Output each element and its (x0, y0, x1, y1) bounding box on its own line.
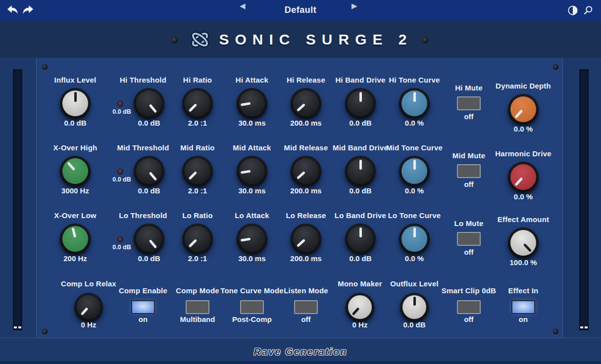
smart-clip-0db-label: Smart Clip 0dB (442, 286, 496, 295)
mid-threshold-led-value: 0.0 dB (112, 176, 131, 183)
mid-threshold-led (117, 169, 123, 175)
x-over-low-knob-cap (62, 226, 88, 252)
lo-tone-curve-knob-cap (401, 226, 427, 252)
tone-curve-mode-toggle[interactable] (240, 300, 264, 314)
mid-threshold-knob-cap (136, 158, 162, 184)
listen-mode-toggle[interactable] (294, 300, 318, 314)
lo-threshold-knob-pointer (149, 239, 157, 248)
comp-mode-toggle[interactable] (186, 300, 209, 314)
lo-attack-knob[interactable] (237, 224, 267, 254)
hi-attack-knob-pointer (241, 102, 250, 106)
hi-threshold-knob[interactable] (134, 88, 164, 119)
mid-ratio-knob[interactable] (182, 156, 213, 186)
influx-level-label: Influx Level (54, 76, 97, 84)
undo-icon[interactable] (7, 4, 19, 15)
comp-lo-relax-knob[interactable] (74, 293, 103, 321)
comp-enable-toggle[interactable] (131, 300, 155, 314)
mid-band-drive-label: Mid Band Drive (333, 143, 388, 152)
mid-attack-label: Mid Attack (233, 143, 271, 152)
outflux-level-knob-cap (402, 295, 426, 319)
lo-threshold-knob[interactable] (134, 224, 164, 254)
mid-mute-value: off (464, 180, 473, 188)
effect-amount-knob[interactable] (508, 228, 539, 258)
mono-maker-knob-cap (348, 295, 372, 319)
contrast-theme-icon[interactable] (567, 5, 578, 16)
topbar: ◀ Default ▶ (0, 0, 601, 21)
redo-icon[interactable] (22, 4, 34, 15)
harmonic-drive-knob[interactable] (508, 162, 539, 192)
hi-tone-curve-knob[interactable] (399, 88, 430, 119)
hi-release-knob-pointer (297, 103, 305, 112)
comp-lo-relax-knob-pointer (81, 307, 89, 316)
comp-lo-relax-value: 0 Hz (81, 320, 97, 329)
hi-mute-toggle[interactable] (457, 96, 481, 110)
comp-enable-label: Comp Enable (119, 286, 167, 295)
screw-icon (553, 64, 558, 70)
mid-tone-curve-knob-pointer (413, 160, 416, 170)
lo-release-value: 200.0 ms (290, 254, 321, 263)
mono-maker-knob[interactable] (346, 293, 374, 321)
hi-attack-value: 30.0 ms (238, 119, 265, 127)
influx-level-knob-pointer (74, 92, 77, 102)
window-bottom-edge (0, 361, 601, 364)
hi-attack-knob-cap (239, 91, 265, 116)
hi-band-drive-knob[interactable] (345, 88, 376, 119)
lo-tone-curve-knob[interactable] (399, 224, 430, 254)
mono-maker-label: Mono Maker (338, 279, 382, 288)
mid-band-drive-knob-cap (348, 158, 373, 184)
mid-tone-curve-knob[interactable] (399, 156, 430, 186)
influx-level-value: 0.0 dB (64, 119, 86, 127)
smart-clip-0db-value: off (464, 315, 473, 323)
magnifier-icon[interactable] (583, 5, 594, 16)
harmonic-drive-value: 0.0 % (514, 192, 533, 201)
mid-threshold-knob-pointer (149, 172, 157, 181)
tone-curve-mode-value: Post-Comp (232, 315, 272, 323)
hi-release-knob[interactable] (291, 88, 321, 119)
dynamic-depth-value: 0.0 % (514, 125, 533, 133)
mid-tone-curve-value: 0.0 % (405, 186, 424, 195)
influx-level-knob[interactable] (60, 88, 91, 119)
panel-bottom-edge (0, 338, 601, 338)
comp-lo-relax-knob-cap (77, 295, 100, 319)
mid-release-knob[interactable] (291, 156, 321, 186)
x-over-low-knob[interactable] (60, 224, 91, 254)
hi-tone-curve-value: 0.0 % (405, 119, 424, 127)
mid-threshold-knob[interactable] (134, 156, 164, 186)
dynamic-depth-knob-pointer (515, 110, 523, 119)
hi-ratio-knob[interactable] (182, 88, 213, 119)
meter-min-tick (18, 326, 21, 328)
lo-attack-knob-pointer (241, 238, 250, 242)
mid-tone-curve-knob-cap (401, 158, 427, 184)
dynamic-depth-knob[interactable] (508, 94, 539, 125)
smart-clip-0db-toggle[interactable] (457, 300, 481, 314)
meter-min-tick (580, 326, 583, 328)
mid-band-drive-knob[interactable] (345, 156, 376, 186)
harmonic-drive-label: Harmonic Drive (495, 149, 551, 158)
lo-band-drive-knob[interactable] (345, 224, 376, 254)
hi-attack-knob[interactable] (237, 88, 267, 119)
lo-release-knob[interactable] (291, 224, 321, 254)
lo-threshold-led-value: 0.0 dB (112, 244, 131, 251)
hi-threshold-led-value: 0.0 dB (112, 108, 131, 115)
mid-release-value: 200.0 ms (290, 186, 321, 195)
lo-tone-curve-knob-pointer (413, 228, 416, 237)
meter-min-tick (585, 326, 588, 328)
mid-attack-knob[interactable] (237, 156, 267, 186)
outflux-level-value: 0.0 dB (403, 320, 425, 329)
x-over-low-label: X-Over Low (54, 211, 96, 220)
plugin-window: ◀ Default ▶ (0, 0, 601, 364)
preset-name[interactable]: Default (285, 5, 317, 15)
mid-mute-toggle[interactable] (457, 164, 481, 178)
outflux-level-knob[interactable] (400, 293, 429, 321)
hi-release-label: Hi Release (287, 76, 325, 84)
input-level-meter (13, 69, 22, 330)
hi-ratio-knob-pointer (189, 104, 198, 113)
x-over-high-knob[interactable] (60, 156, 91, 186)
lo-band-drive-knob-cap (348, 226, 373, 252)
harmonic-drive-knob-cap (510, 164, 536, 190)
lo-ratio-knob[interactable] (182, 224, 213, 254)
tone-curve-mode-label: Tone Curve Mode (220, 286, 284, 295)
lo-threshold-led (117, 236, 123, 242)
effect-in-toggle[interactable] (511, 300, 535, 314)
lo-mute-toggle[interactable] (457, 232, 481, 246)
